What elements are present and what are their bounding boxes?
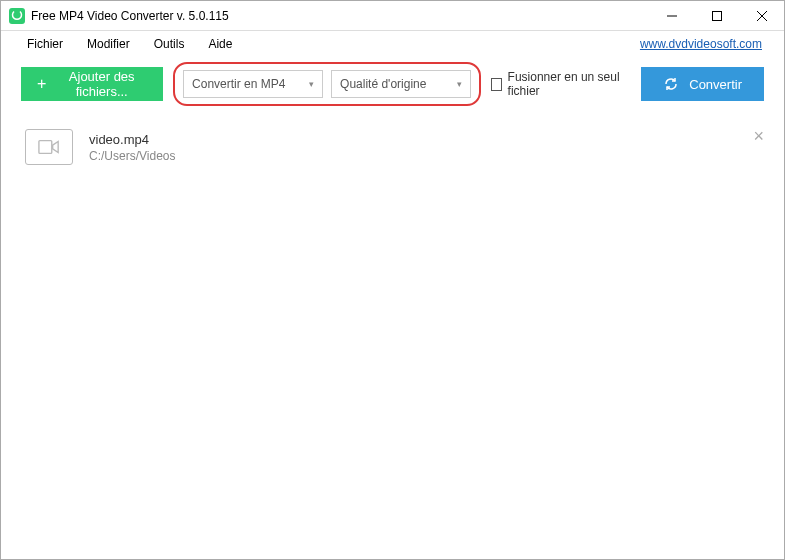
- quality-dropdown-label: Qualité d'origine: [340, 77, 426, 91]
- highlight-annotation: Convertir en MP4 ▾ Qualité d'origine ▾: [173, 62, 481, 106]
- toolbar: + Ajouter des fichiers... Convertir en M…: [1, 57, 784, 111]
- merge-checkbox[interactable]: Fusionner en un seul fichier: [491, 70, 621, 98]
- maximize-button[interactable]: [694, 1, 739, 31]
- app-icon: [9, 8, 25, 24]
- plus-icon: +: [37, 75, 46, 93]
- quality-dropdown[interactable]: Qualité d'origine ▾: [331, 70, 471, 98]
- chevron-down-icon: ▾: [457, 79, 462, 89]
- website-link[interactable]: www.dvdvideosoft.com: [640, 37, 762, 51]
- checkbox-icon: [491, 78, 501, 91]
- close-button[interactable]: [739, 1, 784, 31]
- menubar: Fichier Modifier Outils Aide www.dvdvide…: [1, 31, 784, 57]
- add-files-label: Ajouter des fichiers...: [56, 69, 147, 99]
- format-dropdown[interactable]: Convertir en MP4 ▾: [183, 70, 323, 98]
- file-path: C:/Users/Videos: [89, 149, 760, 163]
- menu-file[interactable]: Fichier: [15, 37, 75, 51]
- file-list: video.mp4 C:/Users/Videos ×: [1, 111, 784, 183]
- svg-rect-1: [712, 11, 721, 20]
- merge-label: Fusionner en un seul fichier: [508, 70, 622, 98]
- file-info: video.mp4 C:/Users/Videos: [89, 132, 760, 163]
- window-controls: [649, 1, 784, 31]
- chevron-down-icon: ▾: [309, 79, 314, 89]
- menu-tools[interactable]: Outils: [142, 37, 197, 51]
- file-name: video.mp4: [89, 132, 760, 147]
- video-thumbnail-icon: [25, 129, 73, 165]
- add-files-button[interactable]: + Ajouter des fichiers...: [21, 67, 163, 101]
- convert-label: Convertir: [689, 77, 742, 92]
- file-row[interactable]: video.mp4 C:/Users/Videos ×: [1, 119, 784, 175]
- menu-help[interactable]: Aide: [196, 37, 244, 51]
- remove-file-button[interactable]: ×: [753, 127, 764, 145]
- menu-edit[interactable]: Modifier: [75, 37, 142, 51]
- window-title: Free MP4 Video Converter v. 5.0.115: [31, 9, 649, 23]
- format-dropdown-label: Convertir en MP4: [192, 77, 285, 91]
- titlebar: Free MP4 Video Converter v. 5.0.115: [1, 1, 784, 31]
- refresh-icon: [663, 76, 679, 92]
- minimize-button[interactable]: [649, 1, 694, 31]
- convert-button[interactable]: Convertir: [641, 67, 764, 101]
- svg-rect-4: [39, 141, 52, 154]
